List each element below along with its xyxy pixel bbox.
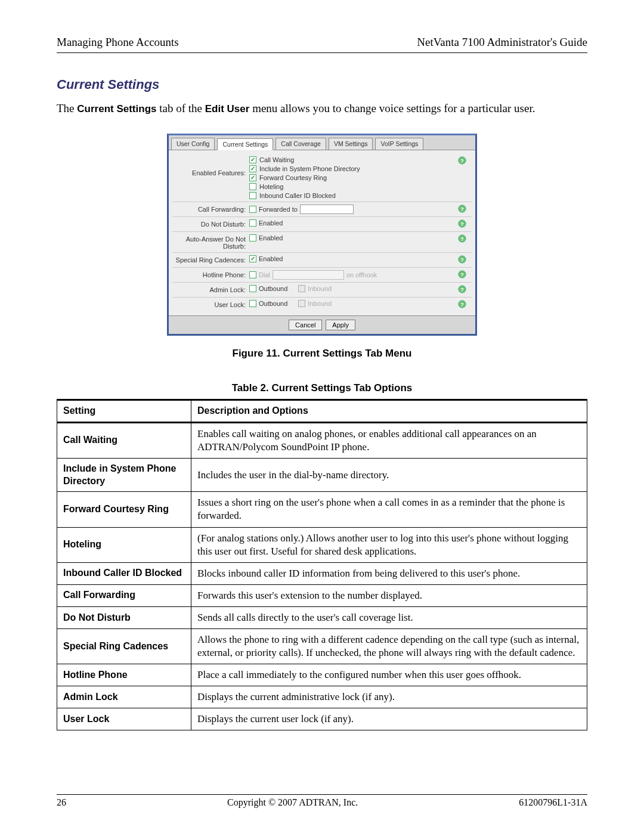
- feature-label: Inbound Caller ID Blocked: [259, 192, 336, 199]
- row-dnd: Do Not Disturb: Enabled ?: [172, 217, 472, 232]
- footer-page: 26: [57, 797, 66, 808]
- setting-cell: Hotline Phone: [57, 664, 191, 686]
- intro-paragraph: The Current Settings tab of the Edit Use…: [57, 101, 587, 117]
- description-cell: (For analog stations only.) Allows anoth…: [191, 527, 587, 562]
- tab-voip-settings[interactable]: VoIP Settings: [375, 138, 423, 150]
- setting-cell: Call Forwarding: [57, 584, 191, 606]
- user-outbound-label: Outbound: [259, 300, 287, 307]
- th-description: Description and Options: [191, 400, 587, 422]
- checkbox-hoteling[interactable]: [249, 183, 256, 190]
- setting-cell: User Lock: [57, 708, 191, 730]
- row-admin-lock: Admin Lock: Outbound Inbound ?: [172, 283, 472, 298]
- header-left: Managing Phone Accounts: [57, 36, 179, 49]
- cf-text: Forwarded to: [259, 206, 298, 213]
- panel-body: Enabled Features: Call Waiting Include i…: [169, 150, 475, 315]
- checkbox-caller-id-blocked[interactable]: [249, 192, 256, 199]
- apply-button[interactable]: Apply: [326, 320, 355, 330]
- section-title: Current Settings: [57, 77, 587, 92]
- hotline-offhook-label: on offhook: [346, 271, 377, 278]
- tab-call-coverage[interactable]: Call Coverage: [275, 138, 326, 150]
- checkbox-admin-outbound[interactable]: [249, 285, 256, 292]
- table-row: Forward Courtesy RingIssues a short ring…: [57, 492, 587, 527]
- cancel-button[interactable]: Cancel: [289, 320, 322, 330]
- checkbox-call-forwarding[interactable]: [249, 206, 256, 213]
- help-icon[interactable]: ?: [455, 270, 469, 280]
- aa-dnd-text: Enabled: [259, 234, 283, 241]
- table-row: Call WaitingEnables call waiting on anal…: [57, 422, 587, 458]
- checkbox-call-waiting[interactable]: [249, 156, 256, 163]
- intro-text: menu allows you to change voice settings…: [249, 102, 535, 114]
- checkbox-dnd[interactable]: [249, 219, 256, 227]
- user-inbound-label: Inbound: [308, 300, 332, 307]
- svg-text:?: ?: [460, 271, 464, 277]
- help-icon[interactable]: ?: [455, 219, 469, 229]
- help-icon[interactable]: ?: [455, 205, 469, 214]
- tab-vm-settings[interactable]: VM Settings: [329, 138, 373, 150]
- svg-text:?: ?: [460, 256, 464, 262]
- description-cell: Includes the user in the dial-by-name di…: [191, 458, 587, 492]
- checkbox-user-inbound: [298, 300, 305, 307]
- row-call-forwarding: Call Forwarding: Forwarded to ?: [172, 202, 472, 217]
- setting-cell: Hoteling: [57, 527, 191, 562]
- help-icon[interactable]: ?: [455, 234, 469, 244]
- dnd-text: Enabled: [259, 219, 283, 227]
- feature-label: Hoteling: [259, 183, 283, 190]
- checkbox-aa-dnd[interactable]: [249, 234, 256, 241]
- checkbox-hotline[interactable]: [249, 271, 256, 278]
- help-icon[interactable]: ?: [455, 255, 469, 265]
- intro-bold-1: Current Settings: [77, 103, 156, 114]
- table-row: Include in System Phone DirectoryInclude…: [57, 458, 587, 492]
- special-ring-text: Enabled: [259, 255, 283, 262]
- setting-cell: Forward Courtesy Ring: [57, 492, 191, 527]
- table-row: User LockDisplays the current user lock …: [57, 708, 587, 730]
- row-label: Auto-Answer Do Not Disturb:: [175, 234, 249, 250]
- table-row: Inbound Caller ID BlockedBlocks inbound …: [57, 562, 587, 584]
- row-label: Enabled Features:: [175, 156, 249, 176]
- setting-cell: Call Waiting: [57, 422, 191, 458]
- tab-user-config[interactable]: User Config: [171, 138, 215, 150]
- tab-current-settings[interactable]: Current Settings: [217, 138, 273, 150]
- description-cell: Allows the phone to ring with a differen…: [191, 629, 587, 664]
- hotline-number-input: [273, 270, 344, 280]
- help-icon[interactable]: ?: [455, 285, 469, 295]
- table-row: Special Ring CadencesAllows the phone to…: [57, 629, 587, 664]
- checkbox-special-ring[interactable]: [249, 255, 256, 262]
- row-enabled-features: Enabled Features: Call Waiting Include i…: [172, 154, 472, 202]
- svg-text:?: ?: [460, 157, 464, 163]
- footer-copyright: Copyright © 2007 ADTRAN, Inc.: [227, 797, 358, 808]
- settings-panel: User Config Current Settings Call Covera…: [167, 134, 477, 336]
- features-list: Call Waiting Include in System Phone Dir…: [249, 156, 360, 199]
- screenshot-wrap: User Config Current Settings Call Covera…: [57, 134, 587, 336]
- setting-cell: Admin Lock: [57, 686, 191, 708]
- checkbox-forward-courtesy[interactable]: [249, 174, 256, 181]
- description-cell: Forwards this user's extension to the nu…: [191, 584, 587, 606]
- admin-outbound-label: Outbound: [259, 285, 287, 292]
- checkbox-admin-inbound: [298, 285, 305, 292]
- row-label: User Lock:: [175, 300, 249, 308]
- checkbox-user-outbound[interactable]: [249, 300, 256, 307]
- help-icon[interactable]: ?: [455, 300, 469, 309]
- feature-label: Include in System Phone Directory: [259, 165, 360, 172]
- row-label: Do Not Disturb:: [175, 219, 249, 228]
- row-hotline-phone: Hotline Phone: Dial on offhook ?: [172, 268, 472, 283]
- feature-label: Forward Courtesy Ring: [259, 174, 327, 181]
- page-header: Managing Phone Accounts NetVanta 7100 Ad…: [57, 36, 587, 52]
- svg-text:?: ?: [460, 286, 464, 292]
- header-rule: [57, 52, 587, 53]
- setting-cell: Include in System Phone Directory: [57, 458, 191, 492]
- table-caption: Table 2. Current Settings Tab Options: [57, 382, 587, 394]
- page-footer: 26 Copyright © 2007 ADTRAN, Inc. 6120079…: [57, 794, 587, 808]
- row-user-lock: User Lock: Outbound Inbound ?: [172, 298, 472, 312]
- row-label: Hotline Phone:: [175, 270, 249, 278]
- description-cell: Place a call immediately to the configur…: [191, 664, 587, 686]
- description-cell: Blocks inbound caller ID information fro…: [191, 562, 587, 584]
- table-row: Admin LockDisplays the current administr…: [57, 686, 587, 708]
- footer-doc-id: 61200796L1-31A: [519, 797, 587, 808]
- footer-rule: [57, 794, 587, 795]
- svg-text:?: ?: [460, 220, 464, 227]
- help-icon[interactable]: ?: [455, 156, 469, 166]
- svg-text:?: ?: [460, 235, 464, 241]
- cf-number-input[interactable]: [300, 205, 354, 214]
- admin-inbound-label: Inbound: [308, 285, 332, 292]
- checkbox-include-directory[interactable]: [249, 165, 256, 172]
